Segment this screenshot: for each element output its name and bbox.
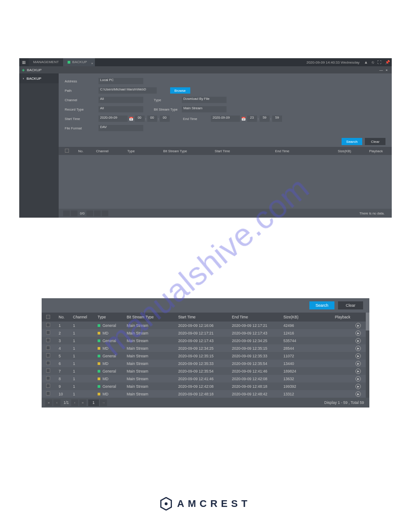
page-prev-button[interactable]: ‹ xyxy=(53,399,60,406)
close-window-icon[interactable]: × xyxy=(384,68,389,72)
page-go-button[interactable]: → xyxy=(100,399,107,406)
end-sec[interactable]: 59 xyxy=(272,116,282,122)
row-checkbox[interactable] xyxy=(46,376,50,380)
start-sec[interactable]: 00 xyxy=(160,116,170,122)
cell-type: MD xyxy=(98,361,127,366)
record-type-select[interactable]: All xyxy=(98,106,143,112)
col-end: End Time xyxy=(275,149,338,153)
minimize-icon[interactable]: — xyxy=(378,68,384,72)
row-checkbox[interactable] xyxy=(46,338,50,342)
start-min[interactable]: 00 xyxy=(147,116,157,122)
tab-management[interactable]: MANAGEMENT xyxy=(29,58,63,66)
row-checkbox[interactable] xyxy=(46,346,50,350)
end-min[interactable]: 59 xyxy=(260,116,270,122)
col-start: Start Time xyxy=(215,149,275,153)
page-go-button[interactable] xyxy=(102,210,108,216)
table-row[interactable]: 21MDMain Stream2020-09-09 12:17:212020-0… xyxy=(42,329,369,337)
search-button[interactable]: Search xyxy=(309,301,334,309)
calendar-icon[interactable]: 📅 xyxy=(241,117,246,121)
type-select[interactable]: Download By File xyxy=(182,97,227,103)
sidebar-item-backup[interactable]: › BACKUP xyxy=(19,73,59,83)
row-checkbox[interactable] xyxy=(46,369,50,373)
play-icon[interactable]: ▶ xyxy=(355,353,361,359)
row-checkbox[interactable] xyxy=(46,391,50,395)
table-row[interactable]: 101MDMain Stream2020-09-09 12:48:182020-… xyxy=(42,390,369,398)
scroll-thumb[interactable] xyxy=(366,313,369,330)
fullscreen-icon[interactable]: ⛶ xyxy=(376,60,383,64)
play-icon[interactable]: ▶ xyxy=(355,361,361,366)
page-title: BACKUP xyxy=(27,68,42,72)
row-checkbox[interactable] xyxy=(46,353,50,357)
table-row[interactable]: 31GeneralMain Stream2020-09-09 12:17:432… xyxy=(42,337,369,344)
close-icon[interactable]: × xyxy=(91,60,94,68)
browse-button[interactable]: Browse xyxy=(170,87,190,94)
end-hour[interactable]: 23 xyxy=(247,116,257,122)
cell-size: 13312 xyxy=(283,392,335,396)
exit-icon[interactable]: ⎋ xyxy=(370,60,376,64)
cell-type: MD xyxy=(98,346,127,351)
cell-type: MD xyxy=(98,392,127,396)
page-first-button[interactable]: « xyxy=(45,399,52,406)
page-last-button[interactable] xyxy=(94,210,101,216)
table-header: No. Channel Type Bit Stream Type Start T… xyxy=(59,147,392,155)
end-date-input[interactable]: 2020-09-09 xyxy=(211,116,240,122)
cell-size: 11072 xyxy=(283,354,335,358)
page-last-button[interactable]: » xyxy=(79,399,86,406)
search-button[interactable]: Search xyxy=(342,138,362,145)
table-row[interactable]: 61MDMain Stream2020-09-09 12:35:332020-0… xyxy=(42,360,369,367)
play-icon[interactable]: ▶ xyxy=(355,323,361,328)
address-select[interactable]: Local PC xyxy=(98,78,143,84)
play-icon[interactable]: ▶ xyxy=(355,338,361,343)
select-all-checkbox[interactable] xyxy=(65,149,69,153)
clear-button[interactable]: Clear xyxy=(365,138,385,145)
page-first-button[interactable] xyxy=(63,210,70,216)
page-prev-button[interactable] xyxy=(71,210,77,216)
row-checkbox[interactable] xyxy=(46,330,50,335)
start-date-input[interactable]: 2020-09-09 xyxy=(98,116,128,122)
cell-end: 2020-09-09 12:41:46 xyxy=(232,369,283,373)
bst-select[interactable]: Main Stream xyxy=(182,106,227,112)
table-header: No. Channel Type Bit Stream Type Start T… xyxy=(42,313,369,322)
path-input[interactable]: C:\Users\Michael Marsh\WebD xyxy=(98,87,157,94)
cell-size: 42496 xyxy=(283,323,335,328)
pin-icon[interactable]: 📌 xyxy=(383,60,392,64)
play-icon[interactable]: ▶ xyxy=(355,384,361,389)
file-format-select[interactable]: DAV xyxy=(98,125,143,131)
page-goto-input[interactable] xyxy=(88,399,99,406)
row-checkbox[interactable] xyxy=(46,323,50,327)
user-icon[interactable]: ▲ xyxy=(362,60,370,64)
table-row[interactable]: 71GeneralMain Stream2020-09-09 12:35:542… xyxy=(42,367,369,375)
cell-bst: Main Stream xyxy=(127,323,178,328)
start-hour[interactable]: 00 xyxy=(135,116,145,122)
table-row[interactable]: 41MDMain Stream2020-09-09 12:34:252020-0… xyxy=(42,344,369,352)
table-row[interactable]: 51GeneralMain Stream2020-09-09 12:35:152… xyxy=(42,352,369,360)
table-row[interactable]: 91GeneralMain Stream2020-09-09 12:42:082… xyxy=(42,382,369,390)
table-row[interactable]: 11GeneralMain Stream2020-09-09 12:16:062… xyxy=(42,322,369,329)
col-channel: Channel xyxy=(73,315,98,319)
col-type: Type xyxy=(98,315,127,319)
page-next-button[interactable]: › xyxy=(71,399,78,406)
row-checkbox[interactable] xyxy=(46,384,50,388)
cell-channel: 1 xyxy=(73,331,98,335)
col-end: End Time xyxy=(232,315,283,319)
channel-select[interactable]: All xyxy=(98,97,143,103)
apps-grid-icon[interactable]: ▦ xyxy=(19,60,29,64)
status-dot-icon xyxy=(98,362,100,365)
page-next-button[interactable] xyxy=(86,210,93,216)
scrollbar[interactable] xyxy=(366,313,369,398)
clear-button[interactable]: Clear xyxy=(338,301,363,309)
play-icon[interactable]: ▶ xyxy=(355,346,361,351)
select-all-checkbox[interactable] xyxy=(46,315,50,319)
play-icon[interactable]: ▶ xyxy=(355,369,361,374)
tab-backup[interactable]: BACKUP× xyxy=(63,58,95,66)
calendar-icon[interactable]: 📅 xyxy=(129,117,133,121)
address-label: Address xyxy=(65,79,98,83)
play-icon[interactable]: ▶ xyxy=(355,391,361,397)
play-icon[interactable]: ▶ xyxy=(355,376,361,382)
col-start: Start Time xyxy=(178,315,232,319)
logo-mark-icon xyxy=(160,497,172,511)
cell-channel: 1 xyxy=(73,361,98,366)
play-icon[interactable]: ▶ xyxy=(355,330,361,336)
row-checkbox[interactable] xyxy=(46,361,50,365)
table-row[interactable]: 81MDMain Stream2020-09-09 12:41:462020-0… xyxy=(42,375,369,382)
